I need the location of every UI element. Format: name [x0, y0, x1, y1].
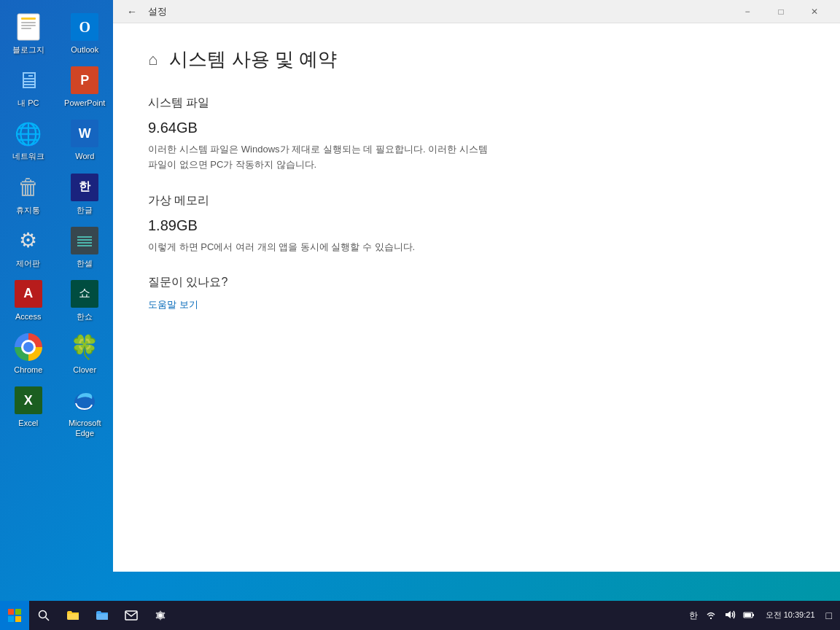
close-button[interactable]: ✕ — [798, 0, 831, 23]
powerpoint-label: PowerPoint — [64, 98, 105, 108]
svg-rect-1 — [21, 18, 36, 20]
desktop-icon-hanshow[interactable]: 한셀 — [57, 221, 114, 273]
edge-label: Microsoft Edge — [60, 419, 111, 438]
windows-logo-icon — [8, 609, 21, 622]
clover-label: Clover — [73, 365, 96, 375]
desktop-icon-control[interactable]: ⚙ 제어판 — [0, 221, 57, 273]
help-section: 질문이 있나요? 도움말 보기 — [148, 275, 805, 311]
svg-rect-20 — [752, 614, 754, 616]
desktop-icon-mypc[interactable]: 🖥 내 PC — [0, 61, 57, 112]
system-clock[interactable]: 오전 10:39:21 — [760, 610, 821, 621]
recycle-icon: 🗑 — [13, 172, 44, 203]
desktop-icon-powerpoint[interactable]: P PowerPoint — [57, 61, 114, 112]
word-label: Word — [75, 152, 94, 161]
virtual-memory-section: 가상 메모리 1.89GB 이렇게 하면 PC에서 여러 개의 앱을 동시에 실… — [148, 193, 805, 255]
window-title: 설정 — [148, 5, 731, 18]
notepad-label: 블로그지 — [12, 45, 44, 55]
chrome-label: Chrome — [14, 365, 42, 375]
desktop-icon-outlook[interactable]: O Outlook — [57, 7, 114, 59]
settings-content: ⌂ 시스템 사용 및 예약 시스템 파일 9.64GB 이러한 시스템 파일은 … — [113, 23, 840, 572]
svg-rect-13 — [8, 616, 14, 622]
folder-icon — [66, 609, 79, 622]
svg-rect-2 — [21, 22, 36, 23]
notepad-icon — [13, 12, 44, 42]
notification-icon[interactable]: □ — [824, 610, 834, 621]
desktop-icon-hangul[interactable]: 한 한글 — [57, 168, 114, 219]
icon-row-2: 🖥 내 PC P PowerPoint — [0, 61, 113, 112]
svg-rect-12 — [15, 609, 21, 615]
taskbar-system-tray: 한 오전 10:39:21 — [681, 601, 840, 630]
svg-rect-21 — [744, 613, 751, 617]
network-status-icon[interactable] — [703, 609, 719, 623]
icon-row-8: X Excel Microsoft Edge — [0, 381, 113, 442]
minimize-button[interactable]: − — [731, 0, 764, 23]
desktop-icon-chrome[interactable]: Chrome — [0, 327, 57, 379]
desktop-icon-recycle[interactable]: 🗑 휴지통 — [0, 168, 57, 219]
start-button[interactable] — [0, 601, 29, 630]
control-label: 제어판 — [16, 259, 40, 268]
folder2-icon — [96, 609, 109, 622]
svg-rect-14 — [15, 616, 21, 622]
svg-rect-7 — [77, 239, 92, 241]
icon-row-3: 🌐 네트워크 W Word — [0, 114, 113, 166]
desktop-icon-network[interactable]: 🌐 네트워크 — [0, 114, 57, 166]
desktop-icon-clover[interactable]: 🍀 Clover — [57, 327, 114, 379]
icon-row-6: A Access 쇼 한쇼 — [0, 274, 113, 326]
wifi-icon — [705, 609, 717, 621]
window-titlebar: ← 설정 − □ ✕ — [113, 0, 840, 23]
desktop-icon-notepad[interactable]: 블로그지 — [0, 7, 57, 59]
svg-rect-9 — [77, 245, 92, 246]
hangul-label: 한글 — [77, 206, 93, 215]
battery-svg-icon — [743, 609, 755, 621]
mypc-label: 내 PC — [18, 98, 39, 108]
taskbar: 한 오전 10:39:21 — [0, 601, 840, 630]
virtual-memory-size: 1.89GB — [148, 217, 805, 234]
desktop-icon-access[interactable]: A Access — [0, 274, 57, 326]
battery-icon[interactable] — [741, 609, 757, 623]
icon-row-1: 블로그지 O Outlook — [0, 7, 113, 59]
virtual-memory-description: 이렇게 하면 PC에서 여러 개의 앱을 동시에 실행할 수 있습니다. — [148, 240, 498, 255]
taskbar-search-button[interactable] — [29, 601, 58, 630]
desktop: 블로그지 O Outlook 🖥 내 PC P PowerPoin — [0, 0, 840, 601]
hanshow-label: 한셀 — [77, 259, 93, 268]
desktop-icon-hanso[interactable]: 쇼 한쇼 — [57, 274, 114, 326]
svg-rect-17 — [125, 611, 137, 620]
help-link[interactable]: 도움말 보기 — [148, 299, 198, 310]
system-files-section: 시스템 파일 9.64GB 이러한 시스템 파일은 Windows가 제대로 실… — [148, 96, 805, 173]
window-controls: − □ ✕ — [731, 0, 831, 23]
icon-row-5: ⚙ 제어판 한셀 — [0, 221, 113, 273]
desktop-icon-edge[interactable]: Microsoft Edge — [57, 381, 114, 442]
desktop-sidebar: 블로그지 O Outlook 🖥 내 PC P PowerPoin — [0, 0, 113, 572]
access-label: Access — [15, 312, 41, 322]
back-button[interactable]: ← — [122, 1, 142, 22]
desktop-icon-word[interactable]: W Word — [57, 114, 114, 166]
desktop-icon-excel[interactable]: X Excel — [0, 381, 57, 442]
clover-icon: 🍀 — [69, 332, 100, 362]
volume-icon[interactable] — [722, 609, 738, 623]
taskbar-icons — [29, 601, 681, 630]
system-files-description: 이러한 시스템 파일은 Windows가 제대로 실행되는 데 필요합니다. 이… — [148, 142, 498, 173]
access-icon: A — [13, 279, 44, 309]
taskbar-folder-button[interactable] — [88, 601, 117, 630]
page-header: ⌂ 시스템 사용 및 예약 — [148, 47, 805, 72]
svg-rect-4 — [21, 28, 31, 29]
system-files-size: 9.64GB — [148, 120, 805, 136]
taskbar-mail-button[interactable] — [117, 601, 146, 630]
hanshow-icon — [69, 225, 100, 256]
network-label: 네트워크 — [12, 152, 44, 161]
icon-row-4: 🗑 휴지통 한 한글 — [0, 168, 113, 219]
language-indicator[interactable]: 한 — [687, 610, 700, 622]
hanso-icon: 쇼 — [69, 279, 100, 309]
network-icon: 🌐 — [13, 118, 44, 149]
svg-rect-11 — [8, 609, 14, 615]
virtual-memory-title: 가상 메모리 — [148, 193, 805, 209]
gear-icon — [155, 610, 166, 621]
taskbar-settings-button[interactable] — [146, 601, 175, 630]
maximize-button[interactable]: □ — [764, 0, 798, 23]
taskbar-explorer-button[interactable] — [58, 601, 88, 630]
svg-rect-8 — [77, 242, 92, 244]
svg-point-15 — [39, 611, 47, 618]
hanso-label: 한쇼 — [77, 312, 93, 322]
svg-line-16 — [46, 618, 50, 621]
excel-label: Excel — [18, 419, 38, 428]
